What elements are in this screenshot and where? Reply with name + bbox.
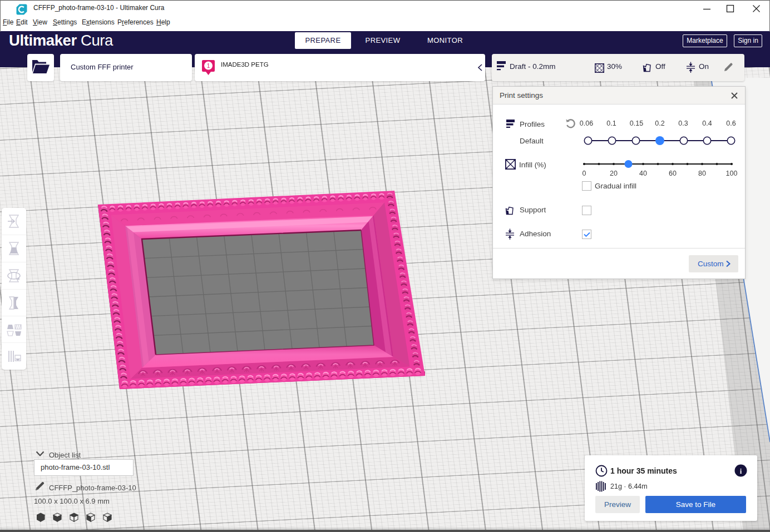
svg-text:i: i	[740, 467, 742, 475]
svg-text:1: 1	[207, 63, 210, 69]
